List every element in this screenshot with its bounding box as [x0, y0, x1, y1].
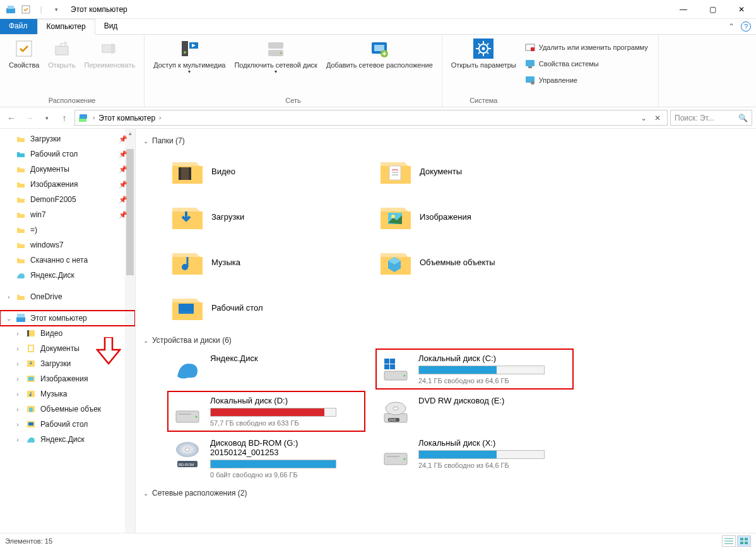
- expand-icon[interactable]: ›: [14, 376, 21, 383]
- minimize-button[interactable]: —: [669, 0, 698, 19]
- svg-point-69: [196, 416, 198, 418]
- view-large-button[interactable]: [737, 535, 751, 547]
- sidebar-item[interactable]: ›OneDrive: [0, 289, 135, 304]
- sidebar-item[interactable]: windows7: [0, 237, 135, 253]
- folder-icon: [168, 199, 204, 234]
- chevron-down-icon: ⌄: [143, 138, 148, 145]
- svg-rect-44: [28, 377, 33, 381]
- svg-rect-30: [526, 60, 535, 66]
- sidebar-item[interactable]: Загрузки📌: [0, 131, 135, 146]
- qat-dropdown-icon[interactable]: ▾: [49, 3, 63, 16]
- sidebar-item[interactable]: ⌄Этот компьютер: [0, 311, 135, 326]
- breadcrumb[interactable]: › Этот компьютер › ⌄ ✕: [74, 110, 668, 126]
- folder-item[interactable]: Загрузки: [168, 196, 364, 237]
- sidebar-item[interactable]: =): [0, 222, 135, 237]
- sidebar-item[interactable]: ›Музыка: [0, 386, 135, 402]
- forward-button[interactable]: →: [21, 110, 37, 126]
- address-bar: ← → ▾ ↑ › Этот компьютер › ⌄ ✕ Поиск: Эт…: [0, 107, 756, 129]
- recent-dropdown[interactable]: ▾: [39, 110, 54, 126]
- add-location-button[interactable]: Добавить сетевое расположение: [322, 37, 437, 70]
- pin-icon: 📌: [119, 211, 127, 219]
- rename-button: Переименовать: [81, 37, 139, 70]
- folder-item[interactable]: Музыка: [168, 241, 364, 283]
- expand-icon[interactable]: ›: [5, 294, 13, 301]
- expand-icon[interactable]: ⌄: [5, 315, 13, 322]
- media-access-button[interactable]: Доступ к мультимедиа▾: [150, 37, 229, 76]
- sidebar-label: Скачанно с нета: [30, 256, 88, 265]
- tab-view[interactable]: Вид: [95, 19, 127, 34]
- tab-file[interactable]: Файл: [0, 19, 37, 34]
- view-details-button[interactable]: [722, 535, 736, 547]
- folder-label: Документы: [420, 167, 462, 176]
- map-drive-button[interactable]: Подключить сетевой диск▾: [230, 37, 321, 76]
- drive-item[interactable]: DVDDVD RW дисковод (E:): [377, 392, 572, 431]
- svg-rect-35: [80, 114, 87, 119]
- sidebar-label: Загрузки: [30, 134, 61, 143]
- expand-icon[interactable]: ›: [14, 391, 21, 398]
- folder-icon: [25, 358, 37, 369]
- folder-icon: [25, 373, 37, 384]
- up-button[interactable]: ↑: [57, 110, 72, 126]
- svg-rect-66: [384, 364, 389, 369]
- svg-line-26: [478, 52, 480, 54]
- refresh-button[interactable]: ✕: [651, 114, 664, 122]
- folder-icon: [15, 194, 27, 205]
- maximize-button[interactable]: ▢: [698, 0, 727, 19]
- svg-rect-6: [111, 44, 114, 54]
- svg-text:BD-ROM: BD-ROM: [179, 463, 194, 467]
- manage-button[interactable]: Управление: [523, 74, 651, 86]
- sidebar-label: Яндекс.Диск: [30, 271, 74, 280]
- addr-dropdown-icon[interactable]: ⌄: [637, 114, 651, 122]
- drive-item[interactable]: BD-ROMДисковод BD-ROM (G:) 20150124_0012…: [168, 434, 364, 482]
- help-icon[interactable]: ?: [741, 21, 751, 32]
- expand-icon[interactable]: ›: [14, 406, 21, 413]
- folder-item[interactable]: Видео: [168, 150, 364, 192]
- sidebar-label: Объемные объек: [40, 405, 101, 414]
- qat-properties-icon[interactable]: [19, 3, 33, 16]
- section-drives[interactable]: ⌄Устройства и диски (6): [143, 336, 748, 345]
- expand-icon[interactable]: ›: [14, 330, 21, 337]
- folder-icon: [168, 153, 204, 189]
- settings-label: Открыть параметры: [451, 61, 516, 69]
- sidebar-item[interactable]: Яндекс.Диск: [0, 268, 135, 283]
- sidebar-item[interactable]: Рабочий стол📌: [0, 146, 135, 162]
- expand-icon[interactable]: ›: [14, 436, 21, 443]
- back-button[interactable]: ←: [4, 110, 19, 126]
- breadcrumb-segment[interactable]: Этот компьютер: [95, 114, 159, 122]
- section-folders[interactable]: ⌄Папки (7): [143, 136, 748, 145]
- sysprop-button[interactable]: Свойства системы: [523, 57, 651, 70]
- open-settings-button[interactable]: Открыть параметры: [447, 37, 520, 70]
- expand-icon[interactable]: ›: [14, 345, 21, 352]
- properties-button[interactable]: Свойства: [5, 37, 43, 70]
- pin-icon: 📌: [119, 181, 127, 189]
- sidebar-item[interactable]: Изображения📌: [0, 177, 135, 192]
- folder-icon: [15, 209, 27, 220]
- sidebar-item[interactable]: ›Изображения: [0, 371, 135, 386]
- uninstall-button[interactable]: Удалить или изменить программу: [523, 41, 651, 54]
- sidebar-item[interactable]: Документы📌: [0, 162, 135, 177]
- sidebar-item[interactable]: win7📌: [0, 207, 135, 222]
- section-network[interactable]: ⌄Сетевые расположения (2): [143, 489, 748, 497]
- expand-icon[interactable]: ›: [14, 421, 21, 428]
- sidebar-item[interactable]: ›Яндекс.Диск: [0, 432, 135, 447]
- drive-item[interactable]: Локальный диск (C:)24,1 ГБ свободно из 6…: [377, 350, 572, 388]
- drive-item[interactable]: Локальный диск (D:)57,7 ГБ свободно из 6…: [168, 392, 364, 431]
- chev-icon[interactable]: ›: [159, 114, 161, 121]
- svg-rect-88: [740, 542, 743, 544]
- close-button[interactable]: ✕: [727, 0, 756, 19]
- drive-item[interactable]: Яндекс.Диск: [168, 350, 364, 388]
- sidebar-item[interactable]: Скачанно с нета: [0, 253, 135, 268]
- pin-icon: 📌: [119, 135, 127, 143]
- folder-item[interactable]: Объемные объекты: [377, 241, 572, 283]
- folder-item[interactable]: Изображения: [377, 196, 572, 237]
- ribbon-collapse-icon[interactable]: ⌃: [728, 22, 735, 31]
- folder-item[interactable]: Рабочий стол: [168, 287, 364, 328]
- tab-computer[interactable]: Компьютер: [37, 19, 95, 35]
- sidebar-item[interactable]: DemonF2005📌: [0, 192, 135, 207]
- search-input[interactable]: Поиск: Эт... 🔍: [670, 110, 752, 126]
- folder-item[interactable]: Документы: [377, 150, 572, 192]
- expand-icon[interactable]: ›: [14, 360, 21, 367]
- drive-item[interactable]: Локальный диск (X:)24,1 ГБ свободно из 6…: [377, 434, 572, 482]
- sidebar-item[interactable]: ›Рабочий стол: [0, 417, 135, 432]
- sidebar-item[interactable]: ›Объемные объек: [0, 402, 135, 417]
